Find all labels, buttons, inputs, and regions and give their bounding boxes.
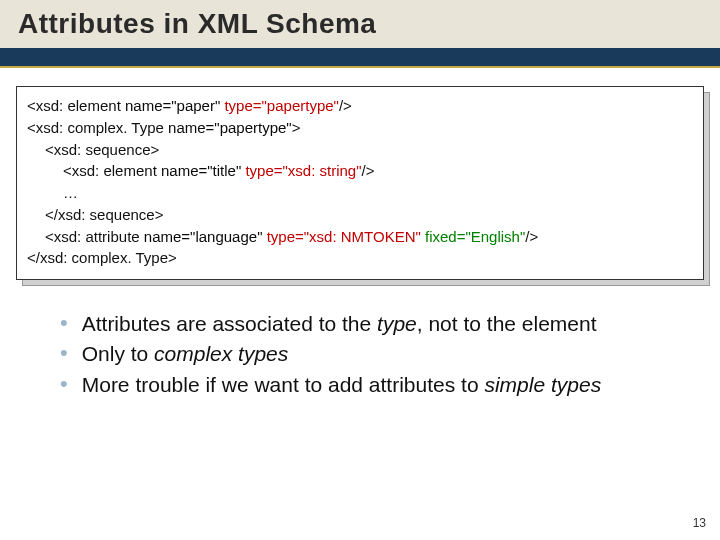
bullet-icon: •: [60, 371, 68, 397]
code-line: <xsd: element name="paper" type="paperty…: [27, 95, 693, 117]
bullet-item: • Attributes are associated to the type,…: [60, 310, 680, 338]
code-block: <xsd: element name="paper" type="paperty…: [16, 86, 704, 280]
code-line: …: [27, 182, 693, 204]
slide-header: Attributes in XML Schema: [0, 0, 720, 70]
code-line: </xsd: sequence>: [27, 204, 693, 226]
code-line: <xsd: sequence>: [27, 139, 693, 161]
page-number: 13: [693, 516, 706, 530]
bullet-item: • Only to complex types: [60, 340, 680, 368]
bullet-text: More trouble if we want to add attribute…: [82, 371, 601, 399]
bullet-text: Attributes are associated to the type, n…: [82, 310, 597, 338]
bullet-item: • More trouble if we want to add attribu…: [60, 371, 680, 399]
code-line: <xsd: element name="title" type="xsd: st…: [27, 160, 693, 182]
code-box: <xsd: element name="paper" type="paperty…: [16, 86, 704, 280]
code-line: <xsd: attribute name="language" type="xs…: [27, 226, 693, 248]
header-top: Attributes in XML Schema: [0, 0, 720, 48]
bullet-text: Only to complex types: [82, 340, 289, 368]
bullet-list: • Attributes are associated to the type,…: [60, 310, 680, 399]
code-line: <xsd: complex. Type name="papertype">: [27, 117, 693, 139]
header-accent-bar: [0, 48, 720, 68]
code-line: </xsd: complex. Type>: [27, 247, 693, 269]
bullet-icon: •: [60, 340, 68, 366]
slide-title: Attributes in XML Schema: [18, 8, 720, 40]
bullet-icon: •: [60, 310, 68, 336]
